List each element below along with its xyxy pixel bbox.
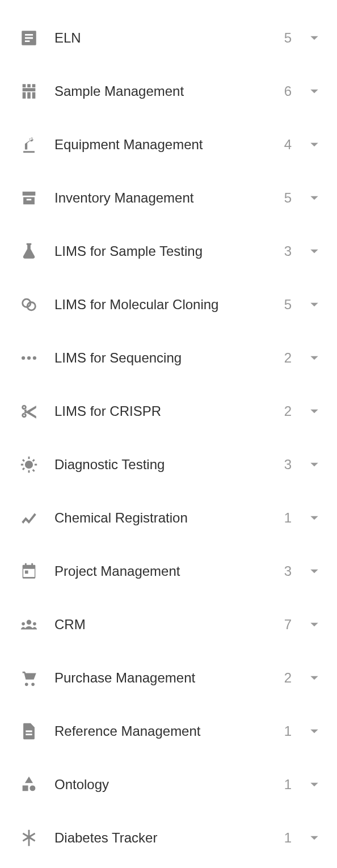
nav-item-ontology[interactable]: Ontology 1 [0,758,337,811]
chevron-down-icon[interactable] [309,619,320,630]
asterisk-icon [17,827,41,849]
chevron-down-icon[interactable] [309,512,320,524]
nav-item-label: Reference Management [54,723,284,739]
nav-item-count: 1 [284,830,292,846]
chevron-down-icon[interactable] [309,192,320,204]
nav-item-count: 2 [284,403,292,419]
nav-item-count: 6 [284,83,292,99]
nav-item-sample-management[interactable]: Sample Management 6 [0,65,337,118]
nav-item-label: Sample Management [54,83,284,99]
archive-icon [17,187,41,209]
chevron-down-icon[interactable] [309,406,320,417]
chevron-down-icon[interactable] [309,32,320,44]
chevron-down-icon[interactable] [309,566,320,577]
nav-item-count: 2 [284,670,292,686]
nav-item-label: Purchase Management [54,670,284,686]
nav-item-label: LIMS for Sequencing [54,350,284,366]
nav-item-label: Equipment Management [54,137,284,153]
nav-item-inventory-management[interactable]: Inventory Management 5 [0,171,337,225]
nav-item-label: Project Management [54,563,284,579]
nav-item-label: LIMS for CRISPR [54,403,284,419]
shapes-icon [17,774,41,795]
nav-item-equipment-management[interactable]: Equipment Management 4 [0,118,337,171]
nav-item-label: Diagnostic Testing [54,457,284,473]
chevron-down-icon[interactable] [309,459,320,470]
nav-item-chemical-registration[interactable]: Chemical Registration 1 [0,491,337,545]
nav-item-lims-for-molecular-cloning[interactable]: LIMS for Molecular Cloning 5 [0,278,337,331]
nav-list: ELN 5 Sample Management 6 Equipment Mana… [0,11,337,865]
nav-item-count: 5 [284,297,292,313]
nav-item-crm[interactable]: CRM 7 [0,598,337,651]
nav-item-count: 5 [284,30,292,46]
chevron-down-icon[interactable] [309,779,320,790]
nav-item-count: 2 [284,350,292,366]
nav-item-label: ELN [54,30,284,46]
nav-item-lims-for-sample-testing[interactable]: LIMS for Sample Testing 3 [0,225,337,278]
people-icon [17,614,41,635]
nav-item-label: LIMS for Molecular Cloning [54,297,284,313]
flask-icon [17,241,41,262]
rack-icon [17,81,41,102]
dots-icon [17,347,41,369]
nav-item-lims-for-crispr[interactable]: LIMS for CRISPR 2 [0,385,337,438]
nav-item-count: 7 [284,617,292,633]
document-icon [17,27,41,49]
nav-item-count: 3 [284,457,292,473]
file-icon [17,720,41,742]
chevron-down-icon[interactable] [309,246,320,257]
nav-item-eln[interactable]: ELN 5 [0,11,337,65]
calendar-icon [17,561,41,582]
nav-item-count: 4 [284,137,292,153]
nav-item-label: Diabetes Tracker [54,830,284,846]
chevron-down-icon[interactable] [309,139,320,150]
cart-icon [17,667,41,689]
nav-item-count: 1 [284,777,292,793]
nav-item-label: Inventory Management [54,190,284,206]
nav-item-count: 3 [284,563,292,579]
nav-item-diagnostic-testing[interactable]: Diagnostic Testing 3 [0,438,337,491]
chevron-down-icon[interactable] [309,672,320,684]
nav-item-reference-management[interactable]: Reference Management 1 [0,705,337,758]
chevron-down-icon[interactable] [309,86,320,97]
nav-item-count: 3 [284,243,292,259]
chevron-down-icon[interactable] [309,832,320,844]
chevron-down-icon[interactable] [309,352,320,364]
nav-item-count: 1 [284,723,292,739]
nav-item-label: Ontology [54,777,284,793]
nav-item-label: LIMS for Sample Testing [54,243,284,259]
nav-item-diabetes-tracker[interactable]: Diabetes Tracker 1 [0,811,337,865]
nav-item-count: 5 [284,190,292,206]
virus-icon [17,454,41,475]
cloning-icon [17,294,41,315]
nav-item-label: Chemical Registration [54,510,284,526]
robot-arm-icon [17,134,41,155]
chart-icon [17,507,41,529]
nav-item-label: CRM [54,617,284,633]
nav-item-lims-for-sequencing[interactable]: LIMS for Sequencing 2 [0,331,337,385]
chevron-down-icon[interactable] [309,299,320,310]
nav-item-count: 1 [284,510,292,526]
scissors-icon [17,401,41,422]
nav-item-project-management[interactable]: Project Management 3 [0,545,337,598]
nav-item-purchase-management[interactable]: Purchase Management 2 [0,651,337,705]
chevron-down-icon[interactable] [309,726,320,737]
